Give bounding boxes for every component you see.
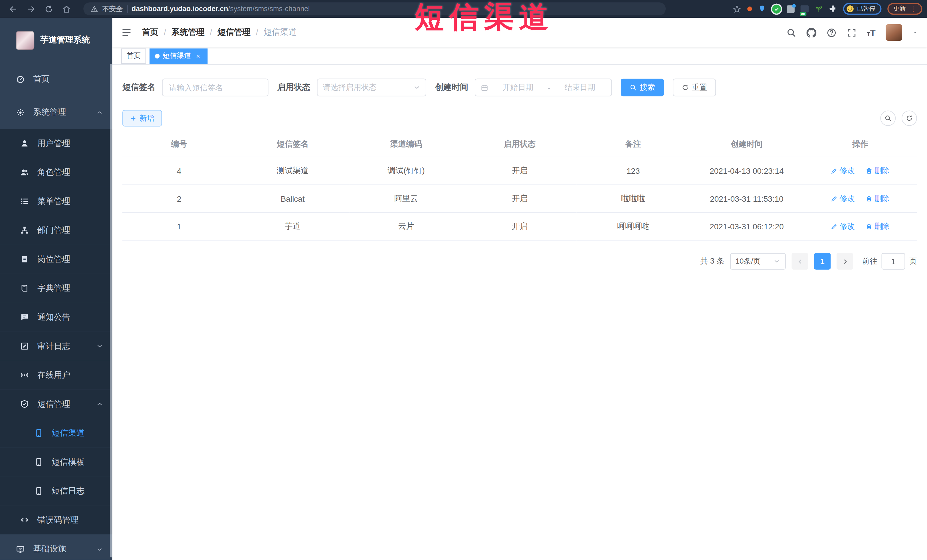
active-tab-dot-icon [155, 54, 160, 58]
phone-icon [34, 486, 43, 495]
sidebar-item-post-mgmt[interactable]: 岗位管理 [0, 245, 112, 274]
sidebar-item-menu-mgmt[interactable]: 菜单管理 [0, 187, 112, 216]
sidebar-item-role-mgmt[interactable]: 角色管理 [0, 158, 112, 187]
browser-back-icon[interactable] [9, 5, 18, 14]
chevron-left-icon [796, 258, 803, 264]
table-toolbar: 新增 [122, 110, 917, 126]
create-time-range-picker[interactable]: 开始日期 - 结束日期 [475, 79, 612, 96]
tab-sms-channel[interactable]: 短信渠道 × [149, 48, 207, 64]
breadcrumb-home[interactable]: 首页 [142, 27, 158, 38]
col-sign: 短信签名 [236, 134, 350, 157]
edit-link[interactable]: 修改 [831, 221, 855, 232]
fullscreen-icon[interactable] [847, 27, 857, 37]
prev-page-button[interactable] [792, 253, 808, 270]
avatar[interactable] [886, 24, 902, 41]
sidebar-item-audit-log[interactable]: 审计日志 [0, 331, 112, 361]
browser-forward-icon[interactable] [27, 5, 35, 14]
sidebar-item-home[interactable]: 首页 [0, 63, 112, 96]
sidebar-item-system-mgmt[interactable]: 系统管理 [0, 96, 112, 129]
start-date-placeholder: 开始日期 [492, 82, 544, 93]
hamburger-icon[interactable] [121, 27, 132, 38]
extensions-puzzle-icon[interactable] [828, 5, 837, 13]
create-time-label: 创建时间 [435, 82, 468, 93]
breadcrumb-sms-channel: 短信渠道 [263, 27, 296, 38]
sidebar-item-infrastructure[interactable]: 基础设施 [0, 534, 112, 560]
enable-status-select[interactable]: 请选择启用状态 [317, 79, 426, 96]
add-button[interactable]: 新增 [122, 110, 162, 126]
tab-home[interactable]: 首页 [121, 48, 146, 64]
search-button[interactable]: 搜索 [621, 79, 664, 96]
calendar-icon [481, 83, 488, 91]
sidebar-item-sms-mgmt[interactable]: 短信管理 [0, 390, 112, 419]
tags-view-bar: 首页 短信渠道 × [112, 47, 927, 65]
sidebar-item-user-mgmt[interactable]: 用户管理 [0, 129, 112, 158]
refresh-icon [682, 84, 689, 91]
col-id: 编号 [122, 134, 236, 157]
edit-link[interactable]: 修改 [831, 193, 855, 204]
sidebar-item-dict-mgmt[interactable]: 字典管理 [0, 273, 112, 303]
address-bar[interactable]: 不安全 dashboard.yudao.iocoder.cn/system/sm… [83, 2, 666, 15]
plus-icon [130, 115, 137, 121]
goto-label: 前往 [862, 256, 877, 266]
page-url: dashboard.yudao.iocoder.cn/system/sms/sm… [132, 5, 310, 13]
sidebar-item-error-code[interactable]: 错误码管理 [0, 505, 112, 534]
user-icon [20, 139, 29, 148]
audit-log-icon [20, 342, 29, 351]
browser-menu-dots-icon[interactable]: ⋮ [910, 6, 916, 12]
sidebar-scrollbar[interactable] [110, 64, 112, 557]
edit-icon [831, 223, 838, 230]
caret-down-icon[interactable] [912, 30, 918, 36]
sidebar-item-sms-channel[interactable]: 短信渠道 [0, 419, 112, 448]
sms-sign-input[interactable] [162, 79, 269, 96]
next-page-button[interactable] [837, 253, 853, 270]
close-icon[interactable]: × [194, 52, 202, 60]
delete-link[interactable]: 删除 [865, 193, 890, 204]
chevron-up-icon [96, 109, 103, 115]
search-icon[interactable] [787, 27, 796, 37]
browser-update-button[interactable]: 更新 ⋮ [887, 3, 922, 15]
toggle-search-button[interactable] [880, 111, 896, 126]
delete-link[interactable]: 删除 [865, 165, 890, 176]
browser-home-icon[interactable] [62, 5, 71, 14]
breadcrumb-system-mgmt[interactable]: 系统管理 [172, 27, 205, 38]
extension-check-icon[interactable] [772, 5, 781, 14]
question-icon[interactable] [827, 27, 837, 37]
goto-page-input[interactable] [881, 253, 905, 270]
sidebar-item-sms-log[interactable]: 短信日志 [0, 477, 112, 505]
users-icon [20, 168, 29, 177]
reset-button[interactable]: 重置 [673, 79, 716, 96]
extension-grid-icon[interactable] [787, 5, 794, 13]
breadcrumb-separator: / [256, 28, 258, 37]
font-size-icon[interactable]: TT [867, 28, 875, 37]
sidebar-item-dept-mgmt[interactable]: 部门管理 [0, 216, 112, 245]
search-icon [630, 84, 637, 91]
bookmark-star-icon[interactable] [732, 5, 741, 14]
delete-link[interactable]: 删除 [865, 221, 890, 232]
sidebar-item-notice[interactable]: 通知公告 [0, 303, 112, 332]
sidebar-item-online-users[interactable]: 在线用户 [0, 361, 112, 390]
page-1-button[interactable]: 1 [814, 253, 831, 270]
paused-extension-pill[interactable]: 已暂停 [843, 3, 881, 15]
edit-link[interactable]: 修改 [831, 165, 855, 176]
github-icon[interactable] [807, 27, 817, 37]
breadcrumb-separator: / [210, 28, 212, 37]
page-size-select[interactable]: 10条/页 [730, 253, 786, 270]
screen: 不安全 dashboard.yudao.iocoder.cn/system/sm… [0, 0, 927, 560]
end-date-placeholder: 结束日期 [554, 82, 606, 93]
logo-rabbit-image [16, 31, 34, 49]
browser-reload-icon[interactable] [44, 5, 53, 14]
dictionary-icon [20, 284, 29, 293]
sidebar-item-sms-template[interactable]: 短信模板 [0, 448, 112, 477]
extension-pin-icon[interactable] [758, 5, 766, 13]
extension-sprout-icon[interactable] [814, 5, 822, 13]
announcement-icon [20, 313, 29, 322]
breadcrumb-sms-mgmt[interactable]: 短信管理 [217, 27, 251, 38]
not-secure-warning-icon [90, 5, 98, 13]
search-form: 短信签名 启用状态 请选择启用状态 创建时间 [122, 79, 917, 96]
refresh-icon [906, 115, 913, 122]
col-status: 启用状态 [463, 134, 576, 157]
extension-orange-icon[interactable] [747, 6, 752, 11]
smiley-icon [846, 5, 854, 13]
extension-on-badge-icon[interactable]: on [800, 5, 808, 12]
refresh-table-button[interactable] [902, 111, 917, 126]
